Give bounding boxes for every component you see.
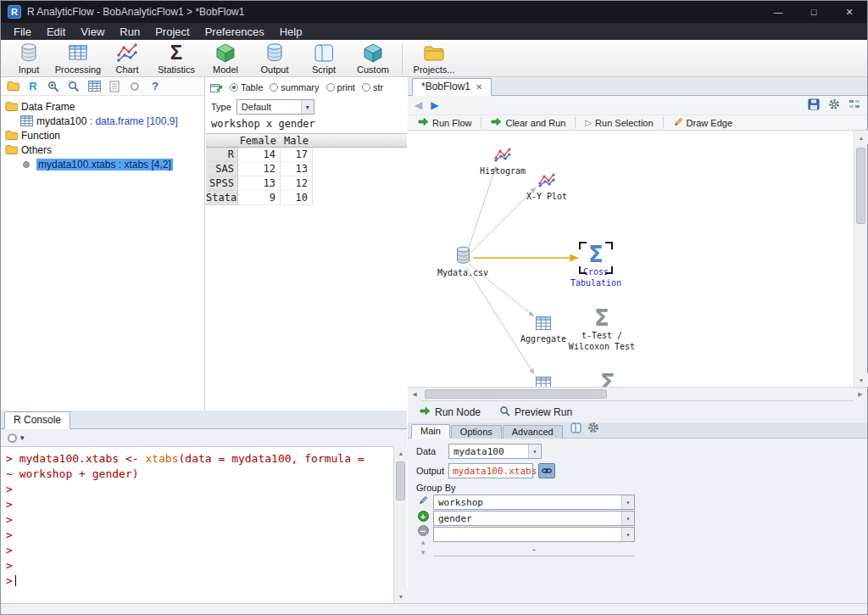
run-node-button[interactable]: Run Node [420,406,481,418]
scroll-down-icon[interactable]: ▼ [394,590,408,603]
tree-item-mydata100-xtabs[interactable]: mydata100.xtabs : xtabs [4,2] [4,157,204,171]
scroll-left-icon[interactable]: ◀ [408,388,421,401]
toolbar-output-button[interactable]: Output [250,41,299,76]
table-row[interactable]: SAS 12 13 [206,162,407,176]
toolbar-processing-button[interactable]: Processing [53,41,103,76]
toolbar-chart-button[interactable]: Chart [103,41,152,76]
add-icon[interactable]: + [418,511,429,522]
preview-run-button[interactable]: Preview Run [499,405,572,419]
object-detail: : data.frame [100,9] [86,115,177,127]
console-pane: R Console ▾ > mydata100.xtabs <- xtabs(d… [1,411,407,603]
tab-options[interactable]: Options [451,425,502,439]
record-icon[interactable] [128,80,142,93]
save-icon[interactable] [808,98,820,113]
menu-edit[interactable]: Edit [39,25,73,38]
toolbar-script-button[interactable]: Script [299,41,348,76]
toolbar-statistics-button[interactable]: Σ Statistics [152,41,201,76]
gear-icon[interactable] [587,422,599,436]
table-row[interactable]: Stata 9 10 [206,191,407,205]
scrollbar-thumb[interactable] [396,461,405,500]
history-back-icon[interactable]: ◀ [415,99,422,111]
canvas-vertical-scrollbar[interactable]: ▲ ▼ [854,131,867,387]
scrollbar-thumb[interactable] [425,389,607,399]
toolbar-input-button[interactable]: Input [4,41,53,76]
node-partial-sigma[interactable]: Σ [570,372,646,387]
run-flow-button[interactable]: Run Flow [415,117,475,128]
scrollbar-thumb[interactable] [856,148,865,224]
group-by-select-2[interactable]: gender▾ [433,511,635,526]
radio-label: str [373,82,383,92]
menu-project[interactable]: Project [147,25,197,38]
interrupt-icon[interactable] [8,433,17,443]
scroll-down-icon[interactable]: ▼ [854,373,868,387]
title-bar: R R AnalyticFlow - BobAnalyticFlow1 > *B… [1,1,867,23]
data-select[interactable]: mydata100▾ [448,444,542,459]
scroll-up-icon[interactable]: ▲ [854,131,868,144]
radio-print[interactable]: print [326,82,355,92]
zoom-in-icon[interactable] [47,80,60,93]
tab-main[interactable]: Main [411,424,450,439]
console-output[interactable]: > mydata100.xtabs <- xtabs(data = mydata… [1,446,393,603]
node-mydata-csv[interactable]: Mydata.csv [425,246,501,277]
menu-file[interactable]: File [6,25,39,38]
new-folder-icon[interactable] [6,80,19,93]
minimize-button[interactable]: — [760,1,796,23]
radio-table[interactable]: Table [230,82,263,92]
toolbar-projects-button[interactable]: Projects... [407,41,461,76]
gear-icon[interactable] [828,98,840,113]
menu-help[interactable]: Help [272,25,310,38]
menu-run[interactable]: Run [112,25,147,38]
console-menu-caret-icon[interactable]: ▾ [20,433,25,442]
script-view-icon[interactable] [570,422,582,436]
menu-preferences[interactable]: Preferences [198,25,272,38]
toolbar-custom-button[interactable]: Custom [348,41,398,76]
flow-canvas[interactable]: Histogram X-Y Plot Mydata.csv Σ Cross Ta… [408,131,855,387]
node-cross-tabulation[interactable]: Σ Cross Tabulation [558,243,634,288]
console-scrollbar[interactable]: ▲ ▼ [393,446,407,603]
table-view-icon[interactable] [87,80,101,93]
preview-document-icon[interactable] [108,80,121,93]
table-row[interactable]: SPSS 13 12 [206,176,407,191]
history-forward-icon[interactable]: ▶ [431,99,438,111]
draw-edge-button[interactable]: Draw Edge [670,117,736,129]
tree-item-mydata100[interactable]: mydata100 : data.frame [100,9] [4,114,204,128]
tree-folder-others[interactable]: Others [4,143,204,157]
group-by-placeholder[interactable]: - [433,543,635,556]
toolbar-label: Script [312,64,336,75]
r-engine-icon[interactable]: R [26,80,40,93]
canvas-horizontal-scrollbar[interactable]: ◀ ▶ [408,387,867,400]
tab-advanced[interactable]: Advanced [503,425,563,439]
close-tab-icon[interactable]: ✕ [476,82,482,92]
group-by-select-3[interactable]: ▾ [433,527,635,542]
help-icon[interactable]: ? [148,80,162,93]
move-up-icon[interactable]: ▲ [420,540,426,546]
tab-r-console[interactable]: R Console [4,411,70,429]
radio-str[interactable]: str [362,82,383,92]
scroll-right-icon[interactable]: ▶ [854,388,867,401]
tab-bobflow1[interactable]: *BobFlow1 ✕ [412,78,492,96]
link-output-button[interactable] [538,463,555,478]
close-button[interactable]: ✕ [832,1,867,23]
outline-view-icon[interactable] [849,98,860,113]
maximize-button[interactable]: □ [796,1,832,23]
output-field[interactable]: mydata100.xtabs [448,463,533,478]
toolbar-model-button[interactable]: Model [201,41,250,76]
radio-summary[interactable]: summary [270,82,319,92]
search-icon[interactable] [67,80,81,93]
clear-and-run-button[interactable]: Clear and Run [487,117,569,128]
run-selection-button[interactable]: ▷ Run Selection [581,118,656,128]
node-histogram[interactable]: Histogram [465,148,541,176]
menu-view[interactable]: View [73,25,112,38]
group-by-select-1[interactable]: workshop▾ [433,495,635,510]
scroll-up-icon[interactable]: ▲ [394,446,408,460]
tree-folder-data-frame[interactable]: Data Frame [4,99,204,114]
table-row[interactable]: R 14 17 [206,148,407,162]
edit-icon[interactable] [418,495,428,507]
move-down-icon[interactable]: ▼ [420,550,426,556]
open-in-window-icon[interactable] [209,81,223,94]
node-xy-plot[interactable]: X-Y Plot [509,173,585,201]
tree-folder-function[interactable]: Function [4,128,204,143]
node-t-test[interactable]: Σ t-Test / Wilcoxon Test [564,307,640,351]
type-select[interactable]: Default▾ [236,99,314,115]
remove-icon[interactable]: − [418,525,429,536]
